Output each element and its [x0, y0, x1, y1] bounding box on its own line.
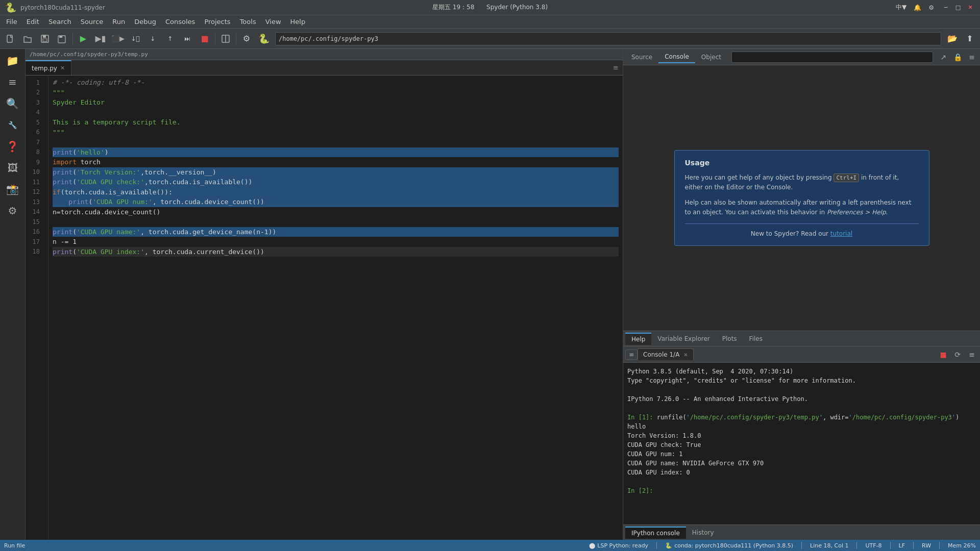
save-all-button[interactable]: [54, 31, 70, 46]
line-num-14: 14: [26, 207, 44, 217]
folder-icon-button[interactable]: 📂: [944, 31, 961, 46]
main-area: 📁 ≡ 🔍 🔧 ❓ 🖼 📸 ⚙ /home/pc/.config/spyder-…: [0, 49, 980, 540]
console-line-12: CUDA GPU index: 0: [627, 468, 976, 477]
tab-history[interactable]: History: [686, 527, 720, 538]
step-out-button[interactable]: ↑: [162, 31, 178, 46]
console-menu-button[interactable]: ≡: [625, 349, 638, 360]
new-file-button[interactable]: [2, 31, 18, 46]
settings-button[interactable]: ⚙: [238, 31, 255, 46]
code-line-16: print('CUDA GPU name:', torch.cuda.get_d…: [53, 227, 619, 237]
console-content[interactable]: Python 3.8.5 (default, Sep 4 2020, 07:30…: [623, 363, 980, 524]
menu-source[interactable]: Source: [77, 17, 108, 27]
help-panel: Source Console Object ↗ 🔒 ≡ Usage Here y…: [623, 49, 980, 346]
console-restart-button[interactable]: ⟳: [951, 348, 964, 361]
settings-icon[interactable]: ⚙: [928, 4, 934, 11]
app-title: pytorch180cuda111-spyder: [20, 4, 105, 11]
lock-button[interactable]: 🔒: [951, 51, 964, 63]
notification-icon[interactable]: 🔔: [914, 4, 921, 11]
tab-console[interactable]: Console: [658, 51, 695, 63]
code-content[interactable]: # -*- coding: utf-8 -*- """ Spyder Edito…: [48, 76, 623, 540]
close-button[interactable]: ✕: [966, 3, 975, 12]
object-input[interactable]: [731, 52, 933, 63]
tab-label: temp.py: [32, 65, 57, 72]
encoding-status: UTF-8: [865, 542, 881, 549]
console-tab-1[interactable]: Console 1/A ✕: [638, 348, 694, 360]
tab-ipython-console[interactable]: IPython console: [625, 527, 686, 539]
tab-files[interactable]: Files: [743, 333, 769, 344]
code-line-13: print('CUDA GPU num:', torch.cuda.device…: [53, 197, 619, 207]
line-num-6: 6: [26, 128, 44, 138]
split-editor-button[interactable]: [217, 31, 234, 46]
maximize-button[interactable]: □: [953, 3, 963, 12]
menu-debug[interactable]: Debug: [130, 17, 160, 27]
app-icon: 🐍: [5, 2, 16, 13]
code-line-4: [53, 108, 619, 118]
endings-text: LF: [899, 542, 905, 549]
stop-button[interactable]: ■: [197, 31, 213, 46]
menu-view[interactable]: View: [261, 17, 285, 27]
lang-switcher[interactable]: 中▼: [896, 3, 906, 12]
tab-menu-button[interactable]: ≡: [609, 60, 623, 75]
sync-button[interactable]: ⬆: [962, 31, 978, 46]
console-line-8: Torch Version: 1.8.0: [627, 431, 976, 440]
console-tab-close[interactable]: ✕: [683, 352, 688, 358]
sidebar-icon-settings2[interactable]: ⚙: [3, 201, 22, 220]
debug-button[interactable]: ⬛▶: [110, 31, 126, 46]
sidebar-icon-outline[interactable]: ≡: [3, 72, 22, 92]
options-button[interactable]: ≡: [966, 51, 978, 63]
menu-tools[interactable]: Tools: [236, 17, 260, 27]
sidebar-icon-find[interactable]: 🔍: [3, 94, 22, 113]
code-line-9: import torch: [53, 157, 619, 167]
editor-pane: /home/pc/.config/spyder-py3/temp.py temp…: [26, 49, 623, 540]
menu-edit[interactable]: Edit: [22, 17, 43, 27]
menu-file[interactable]: File: [2, 17, 21, 27]
lsp-text: LSP Python: ready: [597, 542, 648, 549]
sidebar-icon-camera[interactable]: 📸: [3, 180, 22, 199]
code-line-6: """: [53, 128, 619, 138]
editor-tab-temp-py[interactable]: temp.py ✕: [26, 60, 71, 75]
line-num-15: 15: [26, 217, 44, 227]
tab-close-button[interactable]: ✕: [60, 65, 65, 71]
continue-button[interactable]: ⏭: [179, 31, 195, 46]
tab-source[interactable]: Source: [625, 52, 658, 63]
save-file-button[interactable]: [37, 31, 53, 46]
open-file-button[interactable]: [19, 31, 36, 46]
run-button[interactable]: ▶: [75, 31, 91, 46]
console-options-button[interactable]: ≡: [966, 348, 978, 361]
line-num-16: 16: [26, 227, 44, 237]
tab-object[interactable]: Object: [695, 52, 727, 63]
menu-projects[interactable]: Projects: [200, 17, 234, 27]
menu-search[interactable]: Search: [44, 17, 76, 27]
window-title: Spyder (Python 3.8): [486, 4, 548, 11]
menu-consoles[interactable]: Consoles: [161, 17, 199, 27]
code-line-14: n=torch.cuda.device_count(): [53, 207, 619, 217]
code-line-2: """: [53, 88, 619, 98]
tutorial-link[interactable]: tutorial: [830, 230, 852, 237]
console-line-10: CUDA GPU num: 1: [627, 449, 976, 459]
menu-run[interactable]: Run: [108, 17, 129, 27]
sidebar-icon-help[interactable]: ❓: [3, 137, 22, 156]
run-cell-button[interactable]: ▶▮: [92, 31, 109, 46]
path-input[interactable]: [279, 35, 938, 42]
conda-env-button[interactable]: 🐍: [256, 31, 272, 46]
title-bar: 🐍 pytorch180cuda111-spyder 星期五 19：58 Spy…: [0, 0, 980, 15]
sidebar-icon-plot[interactable]: 🖼: [3, 158, 22, 178]
tab-plots[interactable]: Plots: [716, 333, 743, 344]
position-text: Line 18, Col 1: [810, 542, 848, 549]
code-area: 1 2 3 4 5 6 7 8 9 10 11 12 13 14 15 16 1…: [26, 76, 623, 540]
step-into-button[interactable]: ↓: [144, 31, 161, 46]
console-line-3: [627, 385, 976, 394]
line-num-11: 11: [26, 177, 44, 187]
line-num-13: 13: [26, 197, 44, 207]
minimize-button[interactable]: ─: [941, 3, 950, 12]
console-line-14: In [2]:: [627, 486, 976, 495]
step-over-button[interactable]: ↓⃝: [127, 31, 143, 46]
menu-help[interactable]: Help: [286, 17, 310, 27]
tab-variable-explorer[interactable]: Variable Explorer: [651, 333, 716, 344]
console-interrupt-button[interactable]: ■: [937, 348, 949, 361]
sidebar-icon-files[interactable]: 📁: [3, 51, 22, 70]
source-link-button[interactable]: ↗: [937, 51, 949, 63]
tab-help[interactable]: Help: [625, 333, 651, 345]
encoding-text: UTF-8: [865, 542, 881, 549]
sidebar-icon-debug2[interactable]: 🔧: [3, 115, 22, 135]
